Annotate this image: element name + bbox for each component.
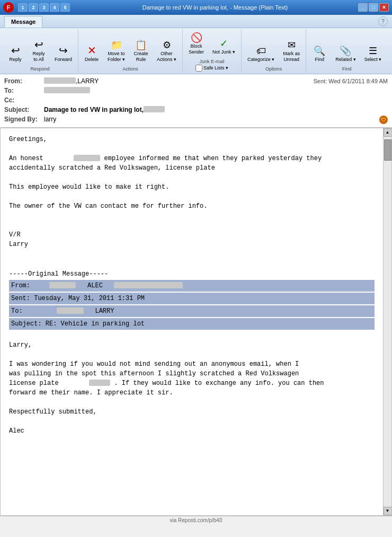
move-folder-icon: 📁 bbox=[111, 40, 122, 50]
subject-redacted bbox=[144, 106, 165, 112]
cc-row: Cc: bbox=[4, 95, 388, 105]
ribbon-tab-message[interactable]: Message bbox=[4, 16, 42, 28]
subject-row: Subject: Damage to red VW in parking lot… bbox=[4, 105, 388, 115]
orig-plate-redacted bbox=[89, 380, 110, 386]
greeting: Greetings, bbox=[9, 135, 375, 144]
reply-label: Reply bbox=[9, 57, 21, 63]
scrollbar[interactable]: ▲ ▼ bbox=[383, 128, 391, 515]
find-buttons: 🔍 Find 📎 Related ▾ ☰ Select ▾ bbox=[308, 30, 385, 65]
from-name-value: LARRY bbox=[77, 77, 99, 85]
move-folder-label: Move toFolder ▾ bbox=[108, 51, 125, 63]
subject-label: Subject: bbox=[4, 106, 44, 113]
orig-sent-value: Tuesday, May 31, 2011 1:31 PM bbox=[34, 295, 145, 302]
signed-by-label: Signed By: bbox=[4, 116, 44, 123]
window-title: Damage to red VW in parking lot, - Messa… bbox=[72, 4, 358, 11]
ribbon: ↩ Reply ↩ Replyto All ↪ Forward Respond … bbox=[0, 28, 392, 74]
from-redacted bbox=[44, 77, 76, 84]
scroll-thumb[interactable] bbox=[384, 139, 391, 161]
reply-icon: ↩ bbox=[11, 45, 20, 56]
find-label-group: Find bbox=[342, 66, 352, 72]
message-header: From: , LARRY Sent: Wed 6/1/2011 8:49 AM… bbox=[0, 74, 392, 128]
categorize-button[interactable]: 🏷 Categorize ▾ bbox=[244, 43, 278, 65]
orig-subject-value: RE: Vehicle in parking lot bbox=[46, 320, 145, 328]
find-button[interactable]: 🔍 Find bbox=[308, 43, 331, 65]
orig-from-name: ALEC bbox=[80, 282, 111, 289]
tab-4[interactable]: 4 bbox=[50, 3, 59, 12]
orig-sent-row: Sent: Tuesday, May 31, 2011 1:31 PM bbox=[9, 293, 375, 304]
junk-email-label: Junk E-mail bbox=[200, 59, 225, 64]
window-controls: _ □ ✕ bbox=[358, 3, 389, 12]
actions-buttons: ✕ Delete 📁 Move toFolder ▾ 📋 CreateRule … bbox=[81, 30, 180, 65]
orig-from-redacted bbox=[49, 282, 76, 288]
block-sender-label: BlockSender bbox=[189, 43, 204, 55]
sent-label: Sent: bbox=[314, 78, 327, 84]
categorize-icon: 🏷 bbox=[256, 46, 266, 56]
not-junk-button[interactable]: ✓ Not Junk ▾ bbox=[209, 36, 239, 58]
ribbon-tab-bar: Message ? bbox=[0, 15, 392, 28]
scroll-track bbox=[384, 137, 391, 507]
mark-unread-icon: ✉ bbox=[288, 40, 296, 50]
reply-all-label: Replyto All bbox=[32, 51, 44, 63]
forward-icon: ↪ bbox=[59, 45, 68, 56]
orig-subject-row: Subject: RE: Vehicle in parking lot bbox=[9, 318, 375, 330]
forward-button[interactable]: ↪ Forward bbox=[51, 42, 76, 65]
minimize-button[interactable]: _ bbox=[358, 3, 368, 12]
tab-1[interactable]: 1 bbox=[18, 3, 28, 12]
body-para2: This employee would like to make it righ… bbox=[9, 182, 375, 192]
other-actions-button[interactable]: ⚙ OtherActions ▾ bbox=[153, 38, 180, 65]
related-button[interactable]: 📎 Related ▾ bbox=[332, 43, 360, 65]
related-icon: 📎 bbox=[340, 46, 351, 56]
not-junk-label: Not Junk ▾ bbox=[212, 49, 235, 55]
orig-from-label: From: bbox=[11, 282, 46, 289]
sent-value: Sent: Wed 6/1/2011 8:49 AM bbox=[314, 78, 388, 84]
scroll-up-button[interactable]: ▲ bbox=[384, 128, 392, 137]
orig-subject-label: Subject: bbox=[11, 320, 46, 328]
respond-group: ↩ Reply ↩ Replyto All ↪ Forward Respond bbox=[2, 29, 78, 73]
cc-label: Cc: bbox=[4, 96, 44, 104]
footer: via Reposti.com/p/b40 bbox=[0, 516, 392, 524]
respond-label: Respond bbox=[30, 66, 49, 72]
body-para3: The owner of the VW can contact me for f… bbox=[9, 201, 375, 211]
ribbon-content: ↩ Reply ↩ Replyto All ↪ Forward Respond … bbox=[0, 28, 392, 74]
select-icon: ☰ bbox=[369, 46, 377, 56]
orig-to-redacted bbox=[57, 307, 83, 314]
reply-all-button[interactable]: ↩ Replyto All bbox=[28, 37, 50, 65]
find-label: Find bbox=[315, 57, 324, 63]
orig-from-email-redacted bbox=[114, 282, 183, 288]
other-actions-label: OtherActions ▾ bbox=[157, 51, 176, 63]
close-button[interactable]: ✕ bbox=[379, 3, 389, 12]
body-para1: An honest employee informed me that when… bbox=[9, 154, 375, 173]
original-message: -----Original Message----- From: ALEC Se… bbox=[9, 260, 375, 436]
help-button[interactable]: ? bbox=[378, 16, 388, 26]
para1-redacted bbox=[74, 155, 100, 161]
tab-2[interactable]: 2 bbox=[29, 3, 38, 12]
block-sender-button[interactable]: 🚫 BlockSender bbox=[185, 30, 208, 58]
select-button[interactable]: ☰ Select ▾ bbox=[361, 43, 386, 65]
tab-5[interactable]: 5 bbox=[60, 3, 70, 12]
junk-buttons: 🚫 BlockSender ✓ Not Junk ▾ bbox=[185, 30, 239, 58]
delete-label: Delete bbox=[85, 57, 99, 63]
delete-button[interactable]: ✕ Delete bbox=[81, 42, 103, 65]
tab-3[interactable]: 3 bbox=[39, 3, 49, 12]
original-divider: -----Original Message----- bbox=[9, 269, 375, 279]
move-to-folder-button[interactable]: 📁 Move toFolder ▾ bbox=[104, 38, 129, 65]
to-redacted bbox=[44, 87, 90, 93]
title-tabs: 1 2 3 4 5 bbox=[18, 3, 70, 12]
orig-to-name: LARRY bbox=[87, 307, 114, 315]
maximize-button[interactable]: □ bbox=[369, 3, 378, 12]
orig-closing: Respectfully submitted,Alec bbox=[9, 407, 375, 436]
find-icon: 🔍 bbox=[314, 46, 325, 56]
scroll-down-button[interactable]: ▼ bbox=[384, 507, 392, 515]
options-buttons: 🏷 Categorize ▾ ✉ Mark asUnread bbox=[244, 30, 304, 65]
to-label: To: bbox=[4, 87, 44, 94]
related-label: Related ▾ bbox=[335, 57, 356, 63]
options-label: Options bbox=[265, 66, 282, 72]
mark-unread-label: Mark asUnread bbox=[283, 51, 300, 63]
title-bar: F 1 2 3 4 5 Damage to red VW in parking … bbox=[0, 0, 392, 15]
orig-from-row: From: ALEC bbox=[9, 280, 375, 292]
reply-button[interactable]: ↩ Reply bbox=[4, 42, 26, 65]
create-rule-button[interactable]: 📋 CreateRule bbox=[130, 38, 152, 65]
mark-as-unread-button[interactable]: ✉ Mark asUnread bbox=[279, 38, 304, 65]
app-icon: F bbox=[3, 2, 14, 13]
safe-lists-checkbox[interactable] bbox=[195, 65, 202, 72]
